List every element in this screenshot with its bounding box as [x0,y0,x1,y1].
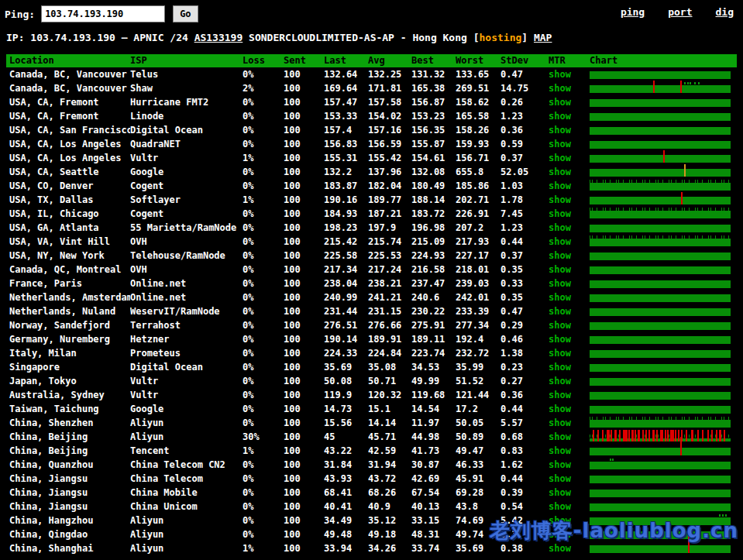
mtr-show-link[interactable]: show [549,487,571,498]
cell-mtr: show [549,430,590,444]
cell-worst: 50.05 [456,416,500,430]
cell-chart [590,179,737,193]
cell-location: China, Beijing [6,444,130,458]
cell-last: 169.64 [324,81,368,95]
cell-worst: 269.51 [456,81,500,95]
mtr-show-link[interactable]: show [549,125,571,136]
mtr-show-link[interactable]: show [549,376,571,387]
mtr-show-link[interactable]: show [549,278,571,289]
cell-worst: 242.01 [456,290,500,304]
cell-isp: WeservIT/RamNode [130,304,243,318]
mtr-show-link[interactable]: show [549,348,571,359]
mtr-show-link[interactable]: show [549,111,571,122]
cell-loss: 0% [243,207,284,221]
cell-worst: 45.91 [456,472,500,486]
table-row: USA, CA, FremontHurricane FMT20%100157.4… [6,95,737,109]
mtr-show-link[interactable]: show [549,334,571,345]
cell-location: Taiwan, Taichung [6,402,130,416]
cell-isp: Aliyun [130,527,243,541]
cell-chart [590,346,737,360]
cell-last: 190.14 [324,332,368,346]
cell-stdev: 0.37 [500,151,549,165]
cell-sent: 100 [284,374,324,388]
cell-mtr: show [549,109,590,123]
mtr-show-link[interactable]: show [549,153,571,163]
table-row: SingaporeDigital Ocean0%10035.6935.0834.… [6,360,737,374]
latency-bar [590,141,731,149]
table-row: USA, IL, ChicagoCogent0%100184.93187.211… [6,207,737,221]
table-row: China, ShenzhenAliyun0%10015.5614.1411.9… [6,416,737,430]
cell-sent: 100 [284,95,324,109]
cell-avg: 35.12 [368,514,411,527]
mtr-show-link[interactable]: show [549,390,571,400]
mtr-show-link[interactable]: show [549,292,571,303]
cell-last: 35.69 [324,360,368,374]
mtr-show-link[interactable]: show [549,167,571,177]
mtr-show-link[interactable]: show [549,97,571,108]
cell-avg: 238.21 [368,277,411,290]
cell-avg: 14.14 [368,416,411,430]
mtr-show-link[interactable]: show [549,404,571,414]
ip-after-tag-text: ] [521,32,534,43]
table-row: Netherlands, AmsterdamOnline.net0%100240… [6,290,737,304]
cell-worst: 226.91 [456,207,500,221]
top-link-port[interactable]: port [668,6,692,18]
mtr-show-link[interactable]: show [549,222,571,233]
cell-avg: 50.71 [368,374,411,388]
mtr-show-link[interactable]: show [549,194,571,205]
mtr-show-link[interactable]: show [549,250,571,261]
mtr-show-link[interactable]: show [549,83,571,94]
cell-stdev: 0.37 [500,249,549,263]
map-link[interactable]: MAP [534,32,552,43]
cell-avg: 189.77 [368,193,411,207]
cell-avg: 215.74 [368,235,411,249]
top-link-dig[interactable]: dig [716,6,734,18]
mtr-show-link[interactable]: show [549,431,571,442]
cell-loss: 0% [243,416,284,430]
mtr-show-link[interactable]: show [549,320,571,331]
cell-mtr: show [549,360,590,374]
latency-bar [590,155,731,163]
mtr-show-link[interactable]: show [549,306,571,317]
cell-chart [590,318,737,332]
cell-worst: 207.2 [456,221,500,235]
table-body: Canada, BC, VancouverTelus0%100132.64132… [6,67,737,555]
ping-input[interactable] [41,5,165,22]
mtr-show-link[interactable]: show [549,473,571,484]
cell-mtr: show [549,346,590,360]
packet-loss-stripe [607,430,610,441]
mtr-show-link[interactable]: show [549,236,571,247]
mtr-show-link[interactable]: show [549,445,571,456]
table-row: Germany, NurembergHetzner0%100190.14189.… [6,332,737,346]
cell-isp: OVH [130,263,243,277]
col-header-isp: ISP [130,54,243,67]
mtr-show-link[interactable]: show [549,69,571,80]
cell-location: Netherlands, Nuland [6,304,130,318]
mtr-show-link[interactable]: show [549,543,571,554]
mtr-show-link[interactable]: show [549,501,571,512]
go-button[interactable]: Go [173,5,198,22]
cell-location: China, Jiangsu [6,472,130,486]
top-link-ping[interactable]: ping [621,6,645,18]
mtr-show-link[interactable]: show [549,208,571,219]
packet-loss-stripe [631,430,634,441]
mtr-show-link[interactable]: show [549,264,571,275]
mtr-show-link[interactable]: show [549,139,571,149]
cell-stdev: 0.36 [500,388,549,402]
as-number-link[interactable]: AS133199 [194,32,243,43]
cell-loss: 0% [243,514,284,527]
mtr-show-link[interactable]: show [549,417,571,428]
mtr-show-link[interactable]: show [549,459,571,470]
cell-chart [590,360,737,374]
latency-bar [590,294,731,302]
mtr-show-link[interactable]: show [549,180,571,191]
cell-sent: 100 [284,249,324,263]
top-links: pingportdig [597,6,734,18]
cell-stdev: 1.62 [500,458,549,472]
cell-avg: 225.53 [368,249,411,263]
mtr-show-link[interactable]: show [549,362,571,373]
cell-location: USA, CA, Seattle [6,165,130,179]
cell-sent: 100 [284,263,324,277]
cell-best: 30.87 [411,458,456,472]
cell-stdev: 0.27 [500,374,549,388]
